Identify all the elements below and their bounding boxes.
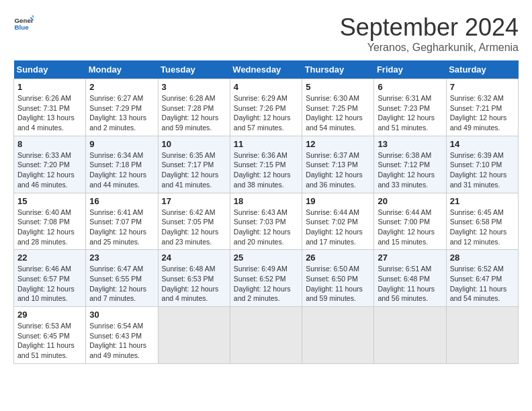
col-friday: Friday <box>374 60 446 79</box>
table-row: 7Sunrise: 6:32 AM Sunset: 7:21 PM Daylig… <box>446 79 518 136</box>
day-info: Sunrise: 6:53 AM Sunset: 6:45 PM Dayligh… <box>17 321 82 361</box>
day-info: Sunrise: 6:46 AM Sunset: 6:57 PM Dayligh… <box>17 264 82 304</box>
table-row: 6Sunrise: 6:31 AM Sunset: 7:23 PM Daylig… <box>374 79 446 136</box>
day-info: Sunrise: 6:40 AM Sunset: 7:08 PM Dayligh… <box>17 208 82 247</box>
month-title: September 2024 <box>340 13 519 42</box>
day-info: Sunrise: 6:33 AM Sunset: 7:20 PM Dayligh… <box>17 150 82 190</box>
calendar-table: Sunday Monday Tuesday Wednesday Thursday… <box>13 60 519 364</box>
day-number: 1 <box>17 82 82 92</box>
day-info: Sunrise: 6:34 AM Sunset: 7:18 PM Dayligh… <box>89 150 154 190</box>
col-monday: Monday <box>86 60 158 79</box>
calendar-week-row: 29Sunrise: 6:53 AM Sunset: 6:45 PM Dayli… <box>14 307 519 364</box>
day-number: 30 <box>89 310 154 320</box>
table-row: 18Sunrise: 6:43 AM Sunset: 7:03 PM Dayli… <box>230 193 302 250</box>
day-info: Sunrise: 6:35 AM Sunset: 7:17 PM Dayligh… <box>162 150 226 190</box>
day-info: Sunrise: 6:49 AM Sunset: 6:52 PM Dayligh… <box>234 264 298 304</box>
page-header: General Blue September 2024 Yeranos, Geg… <box>13 13 519 54</box>
day-number: 12 <box>306 139 370 149</box>
table-row <box>302 307 374 364</box>
calendar-header-row: Sunday Monday Tuesday Wednesday Thursday… <box>14 60 519 79</box>
day-number: 2 <box>89 82 154 92</box>
day-info: Sunrise: 6:44 AM Sunset: 7:02 PM Dayligh… <box>306 208 370 247</box>
day-info: Sunrise: 6:30 AM Sunset: 7:25 PM Dayligh… <box>306 93 370 133</box>
table-row: 14Sunrise: 6:39 AM Sunset: 7:10 PM Dayli… <box>446 136 518 193</box>
day-info: Sunrise: 6:42 AM Sunset: 7:05 PM Dayligh… <box>162 208 226 247</box>
day-info: Sunrise: 6:29 AM Sunset: 7:26 PM Dayligh… <box>234 93 298 133</box>
day-number: 7 <box>450 82 515 92</box>
table-row <box>230 307 302 364</box>
table-row: 19Sunrise: 6:44 AM Sunset: 7:02 PM Dayli… <box>302 193 374 250</box>
title-section: September 2024 Yeranos, Gegharkunik, Arm… <box>340 13 519 54</box>
table-row <box>374 307 446 364</box>
day-number: 16 <box>89 196 154 206</box>
day-info: Sunrise: 6:37 AM Sunset: 7:13 PM Dayligh… <box>306 150 370 190</box>
table-row: 4Sunrise: 6:29 AM Sunset: 7:26 PM Daylig… <box>230 79 302 136</box>
table-row: 21Sunrise: 6:45 AM Sunset: 6:58 PM Dayli… <box>446 193 518 250</box>
table-row: 3Sunrise: 6:28 AM Sunset: 7:28 PM Daylig… <box>158 79 230 136</box>
table-row: 1Sunrise: 6:26 AM Sunset: 7:31 PM Daylig… <box>14 79 86 136</box>
day-info: Sunrise: 6:43 AM Sunset: 7:03 PM Dayligh… <box>234 208 298 247</box>
logo-icon: General Blue <box>13 13 34 34</box>
day-number: 5 <box>306 82 370 92</box>
table-row: 20Sunrise: 6:44 AM Sunset: 7:00 PM Dayli… <box>374 193 446 250</box>
day-number: 10 <box>162 139 226 149</box>
day-number: 19 <box>306 196 370 206</box>
day-number: 6 <box>378 82 442 92</box>
col-tuesday: Tuesday <box>158 60 230 79</box>
table-row: 5Sunrise: 6:30 AM Sunset: 7:25 PM Daylig… <box>302 79 374 136</box>
table-row: 27Sunrise: 6:51 AM Sunset: 6:48 PM Dayli… <box>374 250 446 307</box>
table-row: 29Sunrise: 6:53 AM Sunset: 6:45 PM Dayli… <box>14 307 86 364</box>
table-row: 17Sunrise: 6:42 AM Sunset: 7:05 PM Dayli… <box>158 193 230 250</box>
day-info: Sunrise: 6:51 AM Sunset: 6:48 PM Dayligh… <box>378 264 442 304</box>
day-number: 3 <box>162 82 226 92</box>
calendar-week-row: 22Sunrise: 6:46 AM Sunset: 6:57 PM Dayli… <box>14 250 519 307</box>
day-number: 17 <box>162 196 226 206</box>
table-row: 22Sunrise: 6:46 AM Sunset: 6:57 PM Dayli… <box>14 250 86 307</box>
day-number: 26 <box>306 253 370 263</box>
table-row: 11Sunrise: 6:36 AM Sunset: 7:15 PM Dayli… <box>230 136 302 193</box>
table-row: 10Sunrise: 6:35 AM Sunset: 7:17 PM Dayli… <box>158 136 230 193</box>
day-number: 27 <box>378 253 442 263</box>
day-number: 4 <box>234 82 298 92</box>
table-row: 12Sunrise: 6:37 AM Sunset: 7:13 PM Dayli… <box>302 136 374 193</box>
day-info: Sunrise: 6:27 AM Sunset: 7:29 PM Dayligh… <box>89 93 154 133</box>
day-number: 25 <box>234 253 298 263</box>
calendar-week-row: 8Sunrise: 6:33 AM Sunset: 7:20 PM Daylig… <box>14 136 519 193</box>
day-number: 13 <box>378 139 442 149</box>
day-number: 21 <box>450 196 515 206</box>
col-thursday: Thursday <box>302 60 374 79</box>
day-number: 18 <box>234 196 298 206</box>
table-row <box>158 307 230 364</box>
day-info: Sunrise: 6:36 AM Sunset: 7:15 PM Dayligh… <box>234 150 298 190</box>
day-info: Sunrise: 6:47 AM Sunset: 6:55 PM Dayligh… <box>89 264 154 304</box>
col-wednesday: Wednesday <box>230 60 302 79</box>
svg-text:Blue: Blue <box>15 24 30 31</box>
day-info: Sunrise: 6:52 AM Sunset: 6:47 PM Dayligh… <box>450 264 515 304</box>
day-number: 28 <box>450 253 515 263</box>
day-info: Sunrise: 6:45 AM Sunset: 6:58 PM Dayligh… <box>450 208 515 247</box>
day-info: Sunrise: 6:50 AM Sunset: 6:50 PM Dayligh… <box>306 264 370 304</box>
day-info: Sunrise: 6:48 AM Sunset: 6:53 PM Dayligh… <box>162 264 226 304</box>
day-number: 23 <box>89 253 154 263</box>
day-info: Sunrise: 6:26 AM Sunset: 7:31 PM Dayligh… <box>17 93 82 133</box>
day-info: Sunrise: 6:31 AM Sunset: 7:23 PM Dayligh… <box>378 93 442 133</box>
day-info: Sunrise: 6:32 AM Sunset: 7:21 PM Dayligh… <box>450 93 515 133</box>
table-row: 26Sunrise: 6:50 AM Sunset: 6:50 PM Dayli… <box>302 250 374 307</box>
day-info: Sunrise: 6:38 AM Sunset: 7:12 PM Dayligh… <box>378 150 442 190</box>
table-row: 24Sunrise: 6:48 AM Sunset: 6:53 PM Dayli… <box>158 250 230 307</box>
day-number: 8 <box>17 139 82 149</box>
table-row: 23Sunrise: 6:47 AM Sunset: 6:55 PM Dayli… <box>86 250 158 307</box>
day-number: 22 <box>17 253 82 263</box>
table-row <box>446 307 518 364</box>
day-number: 20 <box>378 196 442 206</box>
table-row: 30Sunrise: 6:54 AM Sunset: 6:43 PM Dayli… <box>86 307 158 364</box>
day-info: Sunrise: 6:39 AM Sunset: 7:10 PM Dayligh… <box>450 150 515 190</box>
table-row: 28Sunrise: 6:52 AM Sunset: 6:47 PM Dayli… <box>446 250 518 307</box>
day-info: Sunrise: 6:44 AM Sunset: 7:00 PM Dayligh… <box>378 208 442 247</box>
table-row: 25Sunrise: 6:49 AM Sunset: 6:52 PM Dayli… <box>230 250 302 307</box>
day-info: Sunrise: 6:54 AM Sunset: 6:43 PM Dayligh… <box>89 321 154 361</box>
col-sunday: Sunday <box>14 60 86 79</box>
table-row: 13Sunrise: 6:38 AM Sunset: 7:12 PM Dayli… <box>374 136 446 193</box>
day-number: 24 <box>162 253 226 263</box>
day-number: 11 <box>234 139 298 149</box>
